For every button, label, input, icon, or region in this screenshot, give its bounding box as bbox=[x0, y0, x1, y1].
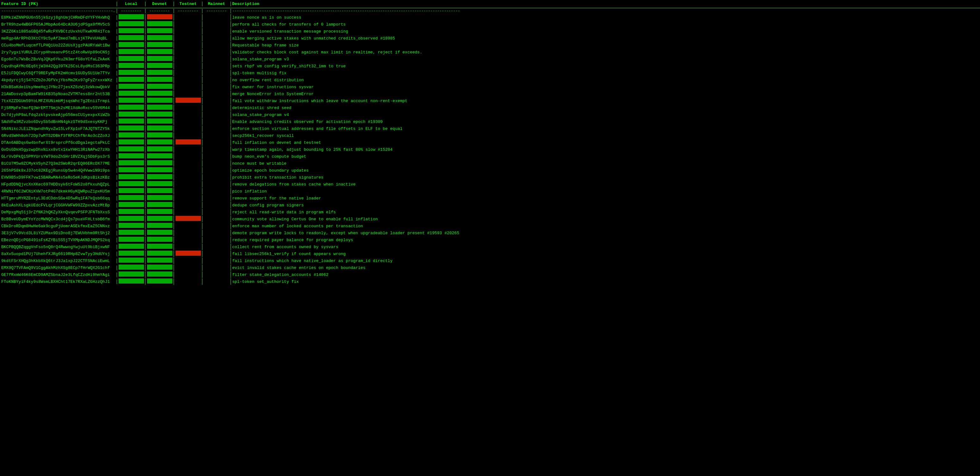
local-cell bbox=[117, 84, 145, 90]
divider-devnet: --------- bbox=[145, 9, 174, 13]
table-row: EVW9B5xD9FFK7vw1SBARwMA4s5eRo5eKJdKpsBik… bbox=[0, 174, 980, 181]
status-green bbox=[147, 70, 172, 75]
table-row: CCu4boMmfLuqcmfTLPHQiUo22ZdUsXjgzPAURYaW… bbox=[0, 42, 980, 49]
devnet-cell bbox=[145, 63, 174, 69]
mainnet-cell bbox=[202, 265, 231, 271]
devnet-cell bbox=[145, 21, 174, 27]
devnet-cell bbox=[145, 140, 174, 146]
table-row: 5N4NikcJLEiZNqwndhNyvZw15LvFXp1oF7AJQTNT… bbox=[0, 125, 980, 132]
devnet-cell bbox=[145, 98, 174, 104]
local-cell bbox=[117, 140, 145, 146]
status-empty bbox=[204, 237, 229, 242]
status-green bbox=[147, 98, 172, 103]
feature-id: 8aXvSuopd1PUj7UhehfXJRg6619RHp8ZvwTyy3Hd… bbox=[0, 252, 117, 256]
status-green bbox=[147, 77, 172, 82]
feature-id: 6RvdSWHh8oh72Dp7wMTS2DBkf3fRPtChfNrAo3cZ… bbox=[0, 133, 117, 138]
status-green bbox=[119, 237, 144, 242]
feature-id: GvDsGDkH5gyzwpDhxNixx8vtx1kwYHH13RiNAPw2… bbox=[0, 147, 117, 152]
devnet-cell bbox=[145, 111, 174, 118]
description-cell: optimize epoch boundary updates bbox=[231, 168, 980, 173]
status-empty bbox=[175, 202, 201, 207]
description-cell: prohibit extra transaction signatures bbox=[231, 175, 980, 180]
status-green bbox=[147, 84, 172, 89]
status-green bbox=[119, 160, 144, 165]
testnet-cell bbox=[174, 84, 202, 90]
description-cell: filter stake_delegation_accounts #14062 bbox=[231, 273, 980, 277]
testnet-cell bbox=[174, 146, 202, 153]
feature-id: SAdVFw3RZvzbo6DvySb5dBnHN4gkzSTH9dSxesyK… bbox=[0, 119, 117, 124]
status-empty bbox=[204, 70, 229, 75]
status-empty bbox=[175, 167, 201, 172]
devnet-cell bbox=[145, 91, 174, 97]
devnet-cell bbox=[145, 84, 174, 90]
mainnet-cell bbox=[202, 77, 231, 83]
status-empty bbox=[204, 216, 229, 221]
mainnet-cell bbox=[202, 181, 231, 187]
table-divider: ----------------------------------------… bbox=[0, 8, 980, 14]
status-red bbox=[175, 140, 201, 144]
mainnet-cell bbox=[202, 140, 231, 146]
local-cell bbox=[117, 119, 145, 125]
col-header-feature: Feature ID (PK) bbox=[0, 2, 117, 6]
table-row: meRgp4ArRPhD3KtCY9c5yAf2med7mBLsjKTPeVUH… bbox=[0, 35, 980, 42]
status-empty bbox=[204, 223, 229, 228]
status-green bbox=[147, 132, 172, 138]
table-row: 8aXvSuopd1PUj7UhehfXJRg6619RHp8ZvwTyy3Hd… bbox=[0, 250, 980, 257]
status-empty bbox=[204, 140, 229, 144]
status-empty bbox=[204, 258, 229, 263]
mainnet-cell bbox=[202, 70, 231, 76]
status-green bbox=[147, 28, 172, 33]
feature-id: meRgp4ArRPhD3KtCY9c5yAf2med7mBLsjKTPeVUH… bbox=[0, 36, 117, 41]
status-empty bbox=[204, 202, 229, 207]
status-green bbox=[119, 42, 144, 47]
table-row: 6RvdSWHh8oh72Dp7wMTS2DBkf3fRPtChfNrAo3cZ… bbox=[0, 132, 980, 139]
status-green bbox=[119, 56, 144, 61]
status-green bbox=[147, 244, 172, 249]
status-green bbox=[119, 28, 144, 33]
status-empty bbox=[204, 14, 229, 19]
status-green bbox=[119, 251, 144, 256]
status-green bbox=[119, 258, 144, 263]
testnet-cell bbox=[174, 49, 202, 55]
mainnet-cell bbox=[202, 202, 231, 208]
status-empty bbox=[204, 49, 229, 54]
description-cell: pico inflation bbox=[231, 189, 980, 194]
table-row: GLrVvDPkQi5PMYUrsYWT9doZhSHr1BVZXqj5DbFp… bbox=[0, 153, 980, 160]
status-green bbox=[147, 167, 172, 172]
local-cell bbox=[117, 132, 145, 139]
status-green bbox=[147, 42, 172, 47]
devnet-cell bbox=[145, 105, 174, 111]
status-green bbox=[119, 167, 144, 172]
mainnet-cell bbox=[202, 160, 231, 167]
local-cell bbox=[117, 125, 145, 132]
devnet-cell bbox=[145, 237, 174, 243]
description-cell: fail vote withdraw instructions which le… bbox=[231, 98, 980, 103]
status-empty bbox=[175, 174, 201, 179]
status-empty bbox=[204, 244, 229, 249]
status-empty bbox=[175, 56, 201, 61]
table-header: Feature ID (PK) Local Devnet Testnet Mai… bbox=[0, 0, 980, 8]
description-cell: sets rbpf vm config verify_shift32_imm t… bbox=[231, 64, 980, 68]
mainnet-cell bbox=[202, 223, 231, 229]
testnet-cell bbox=[174, 181, 202, 187]
devnet-cell bbox=[145, 216, 174, 222]
feature-id: BiCU7M5w8ZCMykVSyhZ7Q3m2SWoR2qrEQ86ERcDX… bbox=[0, 161, 117, 166]
feature-id: 21AWDosvp3pBamFW91KB35pNoaoZVTM7ess8nr2n… bbox=[0, 92, 117, 97]
feature-id: BzBBveUDymEYoYzcMWNQCx3cd4jQs7puaVFHLtsb… bbox=[0, 217, 117, 222]
status-empty bbox=[204, 188, 229, 193]
mainnet-cell bbox=[202, 84, 231, 90]
testnet-cell bbox=[174, 153, 202, 160]
description-cell: Enable advancing credits observed for ac… bbox=[231, 119, 980, 124]
divider-feature: ----------------------------------------… bbox=[0, 9, 117, 13]
status-empty bbox=[204, 167, 229, 172]
feature-id: 3KZZ6Ks1885aGBQ45fwRcPXVBCtzUvxhUTkwKMR4… bbox=[0, 29, 117, 34]
divider-local: --------- bbox=[117, 9, 145, 13]
description-cell: enable versioned transaction message pro… bbox=[231, 29, 980, 34]
table-row: 3E3jV7v9Vcd3L8iYZUMax9DiDno8j7EWUVbhm9Rt… bbox=[0, 230, 980, 236]
status-empty bbox=[175, 70, 201, 75]
devnet-cell bbox=[145, 146, 174, 153]
status-green bbox=[119, 132, 144, 138]
status-green bbox=[119, 188, 144, 193]
testnet-cell bbox=[174, 63, 202, 69]
feature-id: CqvdhqAYMc6Eq6tjW3H42Qg39TK2SCsL8ydMsC36… bbox=[0, 64, 117, 68]
